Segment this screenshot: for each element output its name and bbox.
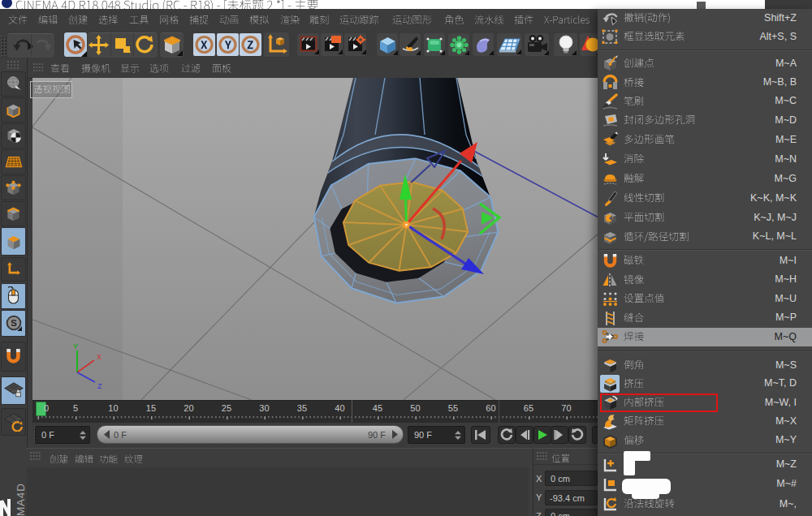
svg-text:Y: Y — [73, 342, 78, 350]
svg-text:S: S — [11, 318, 17, 328]
svg-text:MA4D: MA4D — [15, 483, 27, 516]
svg-text:X: X — [97, 353, 102, 361]
svg-text:Z: Z — [97, 382, 102, 390]
